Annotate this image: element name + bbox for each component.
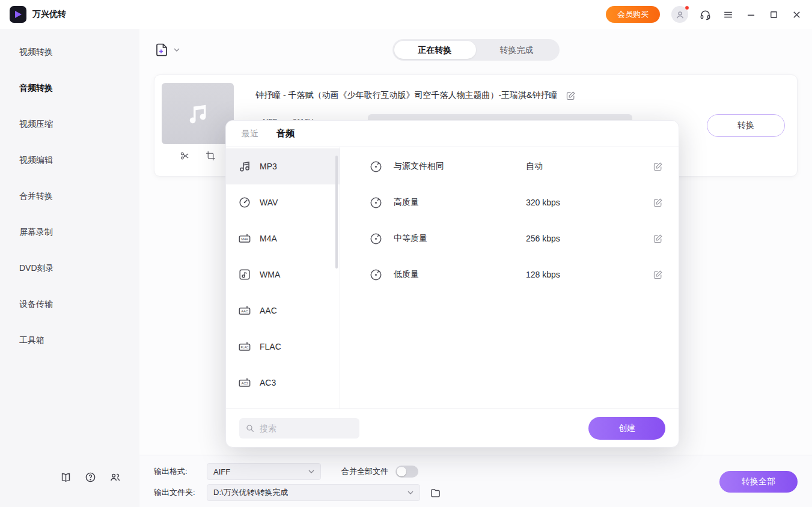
tab-converting[interactable]: 正在转换 <box>394 41 476 59</box>
audio-thumbnail <box>162 83 234 144</box>
output-folder-select[interactable]: D:\万兴优转\转换完成 <box>207 484 420 501</box>
convert-button[interactable]: 转换 <box>707 114 785 137</box>
tab-audio[interactable]: 音频 <box>276 128 295 139</box>
m4a-icon: M4A <box>238 232 251 245</box>
edit-title-icon[interactable] <box>566 91 576 101</box>
sidebar-item-video-convert[interactable]: 视频转换 <box>0 34 139 70</box>
task-title: 钟抒瞳 - 千落赋（动画《少年歌行互动版》司空千落人物主题曲）-王瑞淇&钟抒瞳 <box>255 90 557 101</box>
format-name: MP3 <box>260 162 277 171</box>
quality-value: 256 kbps <box>526 234 560 243</box>
sidebar-item-toolbox[interactable]: 工具箱 <box>0 322 139 358</box>
edit-quality-icon[interactable] <box>653 162 663 172</box>
sidebar-item-screen-record[interactable]: 屏幕录制 <box>0 214 139 250</box>
svg-text:AC3: AC3 <box>241 381 248 385</box>
output-folder-value: D:\万兴优转\转换完成 <box>213 487 288 498</box>
quality-label: 低质量 <box>394 269 526 280</box>
format-name: M4A <box>260 234 277 243</box>
wma-icon <box>238 268 251 281</box>
disc-icon <box>369 232 383 246</box>
sidebar-item-merge-convert[interactable]: 合并转换 <box>0 178 139 214</box>
app-logo-icon <box>10 6 26 23</box>
minimize-button[interactable] <box>745 9 757 20</box>
format-item-aac[interactable]: AAC AAC <box>226 293 340 329</box>
merge-all-toggle[interactable] <box>395 466 418 478</box>
format-name: WMA <box>260 270 280 279</box>
titlebar: 万兴优转 会员购买 <box>0 0 812 29</box>
open-folder-icon[interactable] <box>430 487 441 499</box>
person-icon <box>675 10 685 20</box>
help-icon[interactable] <box>85 472 96 483</box>
notification-dot <box>685 5 689 10</box>
add-file-button[interactable] <box>154 42 180 58</box>
edit-quality-icon[interactable] <box>653 234 663 244</box>
task-tools <box>180 151 216 161</box>
quality-value: 320 kbps <box>526 198 560 207</box>
tab-recent[interactable]: 最近 <box>242 129 258 139</box>
edit-quality-icon[interactable] <box>653 270 663 280</box>
sidebar-item-video-compress[interactable]: 视频压缩 <box>0 106 139 142</box>
close-button[interactable] <box>791 9 802 20</box>
format-name: WAV <box>260 198 278 207</box>
output-format-select[interactable]: AIFF <box>207 463 321 480</box>
music-note-icon <box>186 102 209 125</box>
quality-high[interactable]: 高质量 320 kbps <box>340 184 679 220</box>
format-picker-body: MP3 WAV M4A M4A <box>226 147 679 408</box>
format-item-mp3[interactable]: MP3 <box>226 148 340 184</box>
account-avatar[interactable] <box>671 6 688 23</box>
format-item-flac[interactable]: FLAC FLAC <box>226 329 340 365</box>
crop-icon[interactable] <box>206 151 216 161</box>
disc-icon <box>369 268 383 282</box>
format-picker-tabs: 最近 音频 <box>226 121 679 147</box>
quality-medium[interactable]: 中等质量 256 kbps <box>340 220 679 257</box>
flac-icon: FLAC <box>238 340 251 353</box>
format-picker-footer: 创建 <box>226 408 679 447</box>
support-headset-icon[interactable] <box>700 9 711 20</box>
menu-icon[interactable] <box>722 9 734 20</box>
wav-icon <box>238 196 251 209</box>
quality-same-as-source[interactable]: 与源文件相同 自动 <box>340 148 679 184</box>
quality-list: 与源文件相同 自动 高质量 320 kbps <box>340 147 679 408</box>
merge-all-label: 合并全部文件 <box>341 466 388 477</box>
task-thumbnail-column <box>162 83 234 168</box>
titlebar-actions: 会员购买 <box>606 6 802 23</box>
create-button[interactable]: 创建 <box>588 417 665 440</box>
mp3-icon <box>238 160 251 173</box>
membership-buy-button[interactable]: 会员购买 <box>606 6 660 23</box>
sidebar-item-dvd-burn[interactable]: DVD刻录 <box>0 250 139 286</box>
maximize-button[interactable] <box>768 9 780 20</box>
app-title: 万兴优转 <box>32 9 66 20</box>
format-item-wma[interactable]: WMA <box>226 257 340 293</box>
main-toolbar: 正在转换 转换完成 <box>139 29 812 71</box>
svg-text:AAC: AAC <box>241 309 248 313</box>
format-item-wav[interactable]: WAV <box>226 184 340 220</box>
disc-icon <box>369 196 383 210</box>
format-list-scrollbar[interactable] <box>335 156 338 269</box>
sidebar-item-device-transfer[interactable]: 设备传输 <box>0 286 139 322</box>
convert-status-tabs: 正在转换 转换完成 <box>392 39 560 61</box>
disc-icon <box>369 160 383 174</box>
edit-quality-icon[interactable] <box>653 198 663 208</box>
svg-text:FLAC: FLAC <box>240 345 248 349</box>
ac3-icon: AC3 <box>238 376 251 389</box>
quality-label: 与源文件相同 <box>394 161 526 172</box>
sidebar-item-video-edit[interactable]: 视频编辑 <box>0 142 139 178</box>
format-item-m4a[interactable]: M4A M4A <box>226 220 340 257</box>
convert-all-button[interactable]: 转换全部 <box>719 471 798 493</box>
task-action: 转换 <box>701 83 785 168</box>
quality-low[interactable]: 低质量 128 kbps <box>340 257 679 293</box>
format-item-ac3[interactable]: AC3 AC3 <box>226 365 340 401</box>
trim-icon[interactable] <box>180 151 190 161</box>
tab-finished[interactable]: 转换完成 <box>476 41 558 59</box>
output-folder-label: 输出文件夹: <box>154 487 207 498</box>
output-format-value: AIFF <box>213 467 230 476</box>
search-input[interactable] <box>260 424 353 433</box>
aac-icon: AAC <box>238 304 251 317</box>
format-name: FLAC <box>260 342 281 351</box>
bottom-bar: 输出格式: AIFF 合并全部文件 输出文件夹: D:\万兴优转\转换完成 <box>139 455 812 507</box>
guide-book-icon[interactable] <box>60 472 72 483</box>
add-file-icon <box>154 42 169 58</box>
sidebar-item-audio-convert[interactable]: 音频转换 <box>0 70 139 106</box>
community-icon[interactable] <box>109 472 121 483</box>
quality-label: 中等质量 <box>394 233 526 244</box>
chevron-down-icon <box>408 491 414 494</box>
